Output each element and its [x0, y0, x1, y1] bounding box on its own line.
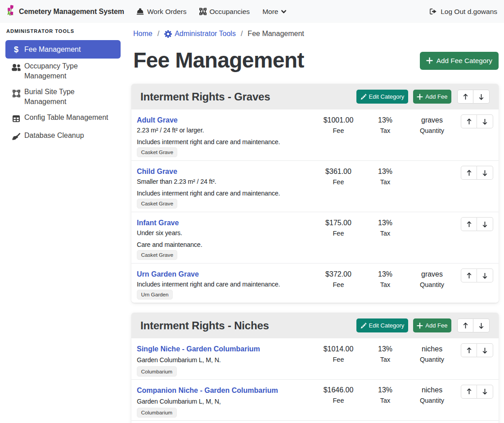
- svg-text:$: $: [14, 45, 18, 54]
